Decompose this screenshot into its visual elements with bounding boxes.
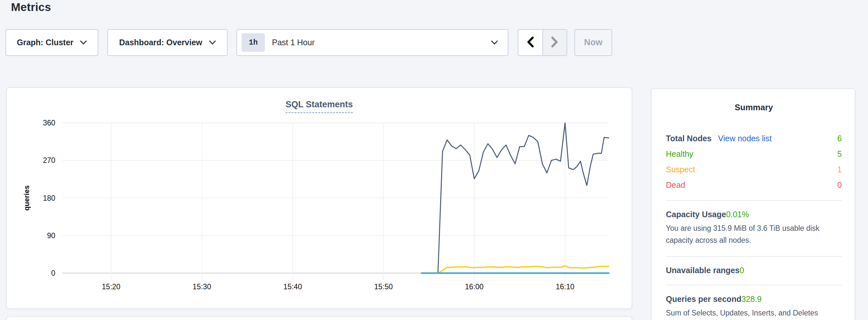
queries-per-second-value: 328.9: [741, 294, 762, 304]
y-tick-label: 360: [43, 119, 55, 127]
total-nodes-label: Total Nodes: [666, 133, 711, 144]
queries-per-second-label: Queries per second: [666, 294, 741, 304]
next-chart-card: [6, 316, 632, 320]
dead-label: Dead: [666, 180, 685, 190]
unavailable-ranges-value: 0: [740, 266, 744, 275]
x-tick-label: 15:50: [374, 283, 393, 291]
divider: [666, 256, 842, 257]
x-tick-label: 15:20: [102, 283, 121, 291]
time-range-selector[interactable]: 1h Past 1 Hour: [237, 29, 508, 56]
capacity-usage-label: Capacity Usage: [666, 210, 726, 219]
time-range-badge: 1h: [242, 33, 265, 52]
graph-dropdown-label: Graph: Cluster: [17, 38, 73, 47]
y-tick-label: 180: [43, 194, 55, 202]
graph-dropdown[interactable]: Graph: Cluster: [5, 29, 98, 56]
queries-per-second-row: Queries per second 328.9: [666, 294, 842, 304]
unavailable-ranges-row: Unavailable ranges 0: [666, 266, 842, 275]
chevron-down-icon: [491, 40, 498, 45]
time-range-label: Past 1 Hour: [272, 38, 315, 47]
y-tick-label: 270: [43, 156, 55, 164]
suspect-nodes-row: Suspect 1: [666, 164, 842, 175]
healthy-label: Healthy: [666, 149, 693, 159]
healthy-nodes-row: Healthy 5: [666, 149, 842, 159]
x-tick-label: 16:10: [556, 283, 575, 291]
divider: [666, 200, 842, 201]
next-time-window-button[interactable]: [543, 30, 567, 55]
capacity-usage-description: You are using 315.9 MiB of 3.6 TiB usabl…: [666, 222, 842, 246]
sql-statements-chart-card: SQL Statements 09018027036015:2015:3015:…: [6, 87, 632, 309]
time-step-buttons: [518, 29, 567, 56]
unavailable-ranges-label: Unavailable ranges: [666, 266, 740, 275]
x-tick-label: 15:40: [283, 283, 302, 291]
capacity-usage-row: Capacity Usage 0.01%: [666, 210, 842, 219]
view-nodes-list-link[interactable]: View nodes list: [718, 133, 772, 144]
summary-title: Summary: [666, 102, 842, 113]
suspect-label: Suspect: [666, 164, 695, 175]
capacity-usage-value: 0.01%: [726, 210, 749, 219]
previous-time-window-button[interactable]: [518, 30, 543, 55]
chevron-down-icon: [209, 40, 216, 45]
page-title: Metrics: [11, 1, 51, 13]
healthy-value: 5: [837, 149, 842, 159]
now-button[interactable]: Now: [575, 29, 612, 56]
total-nodes-value: 6: [837, 133, 842, 144]
chart-title-row: SQL Statements: [7, 100, 631, 109]
x-tick-label: 16:00: [465, 283, 484, 291]
y-tick-label: 0: [51, 269, 55, 277]
queries-per-second-description: Sum of Selects, Updates, Inserts, and De…: [666, 307, 842, 320]
chevron-right-icon: [550, 36, 559, 49]
summary-panel: Summary Total Nodes View nodes list 6 He…: [651, 88, 856, 320]
divider: [666, 285, 842, 285]
dashboard-dropdown[interactable]: Dashboard: Overview: [107, 29, 228, 56]
y-axis-label: queries: [23, 185, 31, 211]
chart-title[interactable]: SQL Statements: [285, 100, 353, 113]
sql-statements-chart[interactable]: 09018027036015:2015:3015:4015:5016:0016:…: [7, 88, 633, 310]
suspect-value: 1: [837, 164, 842, 175]
dead-nodes-row: Dead 0: [666, 180, 842, 190]
dead-value: 0: [837, 180, 842, 190]
chevron-down-icon: [80, 40, 87, 45]
total-nodes-row: Total Nodes View nodes list 6: [666, 133, 842, 144]
series-gold: [438, 266, 609, 273]
chevron-left-icon: [526, 36, 535, 49]
y-tick-label: 90: [47, 231, 55, 240]
x-tick-label: 15:30: [193, 283, 212, 291]
dashboard-dropdown-label: Dashboard: Overview: [119, 38, 202, 47]
